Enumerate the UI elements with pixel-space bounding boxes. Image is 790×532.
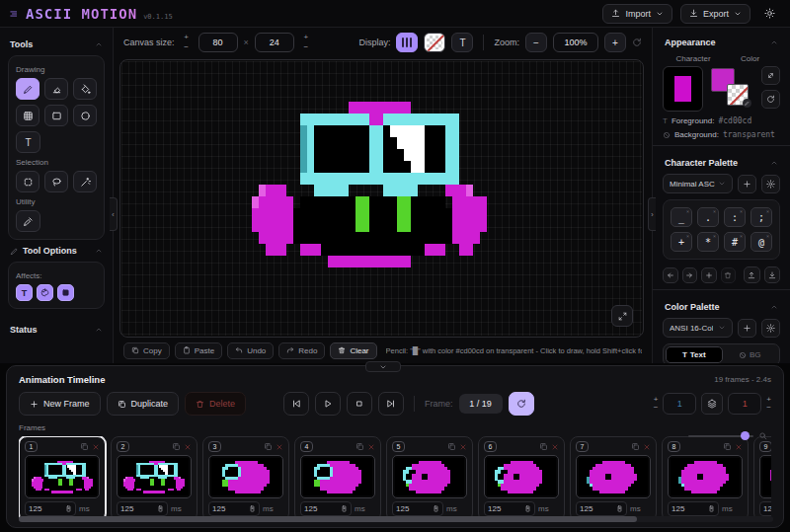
delete-frame-icon[interactable] [367,443,375,451]
delete-frame-icon[interactable] [92,443,100,451]
appearance-header[interactable]: Appearance [663,32,780,53]
frame-thumbnail[interactable] [668,455,743,498]
frame-card[interactable]: 4 125 ms [294,436,381,521]
tool-options-header[interactable]: Tool Options [8,240,105,262]
duplicate-frame-icon[interactable] [631,442,640,451]
collapse-left-sidebar-tab[interactable]: ‹ [110,197,118,231]
height-stepper[interactable]: +− [300,34,312,52]
prev-char-button[interactable] [663,267,678,283]
onion-next-input[interactable]: 1 [728,393,761,415]
zoom-slider-track[interactable] [688,435,753,437]
copy-button[interactable]: Copy [123,342,170,359]
toggle-transparency-button[interactable] [424,33,445,52]
duplicate-frame-button[interactable]: Duplicate [107,392,180,416]
char-key-button[interactable]: _× [671,207,692,227]
reset-colors-button[interactable] [761,90,780,109]
char-key-button[interactable]: :× [724,207,746,227]
frame-thumbnail[interactable] [208,455,283,498]
color-palette-settings-button[interactable] [761,319,780,338]
stop-button[interactable] [347,392,372,416]
tools-section-header[interactable]: Tools [8,34,105,55]
duplicate-frame-icon[interactable] [447,442,456,451]
delete-frame-icon[interactable] [735,443,743,451]
delete-frame-icon[interactable] [643,443,651,451]
add-char-palette-button[interactable] [738,175,756,193]
delete-frame-icon[interactable] [459,443,467,451]
char-key-button[interactable]: .× [697,207,719,227]
frame-thumbnail[interactable] [392,455,467,498]
drawing-canvas[interactable] [119,59,644,338]
character-preview[interactable] [663,66,703,112]
undo-button[interactable]: Undo [227,342,274,359]
frame-card[interactable]: 1 125 ms [19,436,106,521]
canvas-height-input[interactable]: 24 [255,33,294,52]
new-frame-button[interactable]: New Frame [19,392,101,416]
paste-button[interactable]: Paste [175,342,222,359]
add-color-palette-button[interactable] [738,319,756,338]
zoom-out-button[interactable]: − [525,33,547,52]
delete-frame-icon[interactable] [276,443,283,451]
import-palette-button[interactable] [744,266,759,283]
eyedropper-tool-button[interactable] [16,210,40,232]
loop-toggle-button[interactable] [509,392,534,416]
char-key-button[interactable]: *× [697,232,719,252]
play-button[interactable] [315,392,341,416]
duplicate-frame-icon[interactable] [80,442,89,451]
export-palette-button[interactable] [764,266,780,283]
frames-scrollbar[interactable] [19,516,773,522]
char-key-button[interactable]: ;× [750,207,772,227]
frame-thumbnail[interactable] [25,455,100,498]
frame-duration-input[interactable]: 125 [668,501,719,516]
onion-prev-stepper[interactable]: +− [654,397,659,411]
frames-scrollbar-thumb[interactable] [19,516,637,522]
onion-prev-input[interactable]: 1 [663,393,696,415]
frame-duration-input[interactable]: 125 [25,501,76,516]
frame-duration-input[interactable]: 125 [576,501,627,516]
char-palette-header[interactable]: Character Palette [663,152,780,174]
onion-skin-toggle[interactable] [701,393,723,415]
redo-button[interactable]: Redo [278,342,325,359]
select-tool-button[interactable] [16,171,40,192]
magic-wand-tool-button[interactable] [73,171,97,192]
frame-thumbnail[interactable] [484,455,559,498]
char-palette-settings-button[interactable] [761,175,780,193]
width-stepper[interactable]: +− [181,34,193,52]
frame-duration-input[interactable]: 125 [759,501,771,516]
collapse-timeline-tab[interactable] [365,361,401,372]
frame-duration-input[interactable]: 125 [208,501,260,516]
frame-thumbnail[interactable] [576,455,651,498]
ellipse-tool-button[interactable] [73,105,97,126]
last-frame-button[interactable] [378,392,404,416]
delete-frame-button[interactable]: Delete [185,392,246,416]
frame-card[interactable]: 8 125 ms [662,436,749,521]
fill-rect-tool-button[interactable] [16,105,40,126]
frame-duration-input[interactable]: 125 [300,501,352,516]
toggle-char-visibility-button[interactable]: T [451,33,473,52]
frame-thumbnail[interactable] [117,455,192,498]
char-key-button[interactable]: +× [671,232,692,252]
collapse-right-sidebar-tab[interactable]: › [648,197,656,231]
duplicate-frame-icon[interactable] [539,442,548,451]
frame-thumbnail[interactable] [759,455,771,498]
text-color-tab[interactable]: T Text [666,346,723,363]
text-tool-button[interactable]: T [16,131,40,153]
swap-colors-button[interactable] [761,66,780,85]
onion-next-stepper[interactable]: +− [766,397,771,411]
clear-button[interactable]: Clear [330,342,376,359]
zoom-slider-knob[interactable] [741,431,750,440]
duplicate-frame-icon[interactable] [723,442,732,451]
frame-duration-input[interactable]: 125 [392,501,443,516]
affects-color-toggle[interactable] [37,284,53,301]
color-palette-select[interactable]: ANSI 16-Col [663,318,733,338]
fullscreen-canvas-button[interactable] [611,305,633,327]
eraser-tool-button[interactable] [44,78,68,100]
char-palette-select[interactable]: Minimal ASC [663,174,733,193]
theme-toggle-button[interactable] [758,4,780,24]
fill-tool-button[interactable] [73,78,97,100]
status-section-header[interactable]: Status [8,319,105,341]
frame-card[interactable]: 9 125 ms [753,436,771,521]
reset-zoom-icon[interactable] [632,38,642,47]
color-palette-header[interactable]: Color Palette [663,296,780,318]
toggle-grid-button[interactable] [396,33,418,52]
char-key-button[interactable]: @× [750,232,772,252]
